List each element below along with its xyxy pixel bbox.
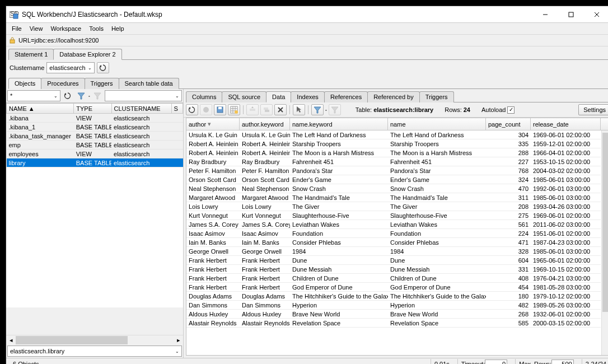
menu-workspace[interactable]: Workspace [47,24,85,33]
data-grid[interactable]: author ▾author.keywordname.keywordnamepa… [186,118,608,356]
filter-data-button[interactable] [311,104,324,115]
tab-procedures[interactable]: Procedures [41,78,85,89]
exec-time: 0.01s [431,359,453,365]
grid-button[interactable] [228,104,240,115]
table-row[interactable]: libraryBASE TABLEelasticsearch [7,158,183,167]
refresh-cluster-button[interactable] [97,62,109,73]
stop-button[interactable] [200,104,212,115]
table-row[interactable]: employeesVIEWelasticsearch [7,150,183,158]
tab-objects[interactable]: Objects [8,78,41,89]
tab-indexes[interactable]: Indexes [291,91,325,102]
column-header[interactable]: release_date [531,118,601,130]
refresh-data-button[interactable] [186,104,198,115]
svg-marker-11 [94,93,101,99]
svg-rect-22 [250,109,255,111]
table-row[interactable]: Peter F. HamiltonPeter F. HamiltonPandor… [186,166,608,175]
table-row[interactable]: Robert A. HeinleinRobert A. HeinleinStar… [186,139,608,148]
filter-combo-1[interactable]: * ⌄ [7,90,60,101]
column-header[interactable]: name [388,118,486,130]
table-row[interactable]: empBASE TABLEelasticsearch [7,141,183,150]
select-button[interactable] [293,104,305,115]
tab-triggers[interactable]: Triggers [419,91,454,102]
rows-value: 24 [464,106,470,113]
left-toolbar: * ⌄ • ⌄ [6,89,183,102]
table-row[interactable]: Frank HerbertFrank HerbertGod Emperor of… [186,283,608,292]
save-button[interactable] [214,104,226,115]
table-row[interactable]: Frank HerbertFrank HerbertDune MessiahDu… [186,265,608,274]
table-row[interactable]: Alastair ReynoldsAlastair ReynoldsRevela… [186,319,608,328]
delete-row-button[interactable] [274,104,287,115]
left-subtabs: Objects Procedures Triggers Search table… [8,77,608,89]
tab-statement-1[interactable]: Statement 1 [8,49,54,60]
tab-triggers[interactable]: Triggers [85,78,119,89]
table-row[interactable]: Isaac AsimovIsaac AsimovFoundationFounda… [186,229,608,238]
scroll-left-icon[interactable]: ◂ [6,335,16,345]
maximize-button[interactable] [558,7,584,22]
scroll-right-icon[interactable]: ▸ [174,335,183,345]
svg-point-21 [235,110,238,114]
menu-file[interactable]: File [8,24,25,33]
table-row[interactable]: Robert A. HeinleinRobert A. HeinleinThe … [186,148,608,157]
tab-sql source[interactable]: SQL source [222,91,266,102]
table-row[interactable]: .kibanaVIEWelasticsearch [7,114,183,123]
tab-columns[interactable]: Columns [186,91,222,102]
column-header[interactable]: TYPE [74,104,111,114]
column-header[interactable]: CLUSTERNAME [111,104,171,114]
clear-filter-icon[interactable] [91,90,104,101]
tab-references[interactable]: References [324,91,368,102]
selected-object-combo[interactable]: elasticsearch.library ⌄ [7,346,182,357]
table-row[interactable]: Margaret AtwoodMargaret AtwoodThe Handma… [186,193,608,202]
tab-data[interactable]: Data [266,91,291,102]
table-row[interactable]: Frank HerbertFrank HerbertChildren of Du… [186,274,608,283]
column-header[interactable]: author.keyword [240,118,290,130]
object-count: 6 Objects [10,359,177,365]
maxrows-input[interactable] [551,360,574,365]
clear-filter-data-button[interactable] [329,104,341,115]
tab-search-table-data[interactable]: Search table data [119,78,179,89]
table-row[interactable]: James S.A. CoreyJames S.A. CoreyLeviatha… [186,220,608,229]
table-row[interactable]: .kibana_1BASE TABLEelasticsearch [7,123,183,132]
column-header[interactable]: page_count [486,118,531,130]
table-row[interactable]: Aldous HuxleyAldous HuxleyBrave New Worl… [186,310,608,319]
column-header[interactable]: NAME ▲ [7,104,74,114]
menu-view[interactable]: View [26,24,46,33]
filter-combo-2[interactable]: ⌄ [105,90,182,101]
objects-table[interactable]: NAME ▲TYPECLUSTERNAMES .kibanaVIEWelasti… [6,102,183,335]
copy-row-button[interactable] [260,104,273,115]
menu-tools[interactable]: Tools [86,24,107,33]
column-header[interactable]: name.keyword [290,118,388,130]
row-range: 2-24/24 [582,359,608,365]
table-row[interactable]: Ursula K. Le GuinUrsula K. Le GuinThe Le… [186,130,608,139]
table-row[interactable]: Frank HerbertFrank HerbertDuneDune604196… [186,256,608,265]
table-row[interactable]: Kurt VonnegutKurt VonnegutSlaughterhouse… [186,211,608,220]
table-row[interactable]: .kibana_task_managerBASE TABLEelasticsea… [7,132,183,141]
column-header[interactable]: author ▾ [186,118,240,130]
table-row[interactable]: Lois LowryLois LowryThe GiverThe Giver20… [186,202,608,211]
horizontal-scrollbar[interactable]: ◂ ▸ [6,335,183,344]
refresh-objects-button[interactable] [62,90,74,101]
table-row[interactable]: Dan SimmonsDan SimmonsHyperionHyperion48… [186,301,608,310]
maxrows-group: Max. Rows: [515,359,577,365]
table-row[interactable]: Ray BradburyRay BradburyFahrenheit 451Fa… [186,157,608,166]
tab-referenced by[interactable]: Referenced by [367,91,420,102]
right-panel: ColumnsSQL sourceDataIndexesReferencesRe… [184,89,608,358]
insert-row-button[interactable] [246,104,259,115]
table-row[interactable]: Douglas AdamsDouglas AdamsThe Hitchhiker… [186,292,608,301]
minimize-button[interactable] [532,7,558,22]
svg-marker-28 [297,106,301,113]
table-row[interactable]: Orson Scott CardOrson Scott CardEnder's … [186,175,608,184]
table-row[interactable]: Iain M. BanksIain M. BanksConsider Phleb… [186,238,608,247]
chevron-down-icon: ⌄ [175,349,179,354]
tab-database-explorer-2[interactable]: Database Explorer 2 [53,49,121,60]
close-button[interactable] [584,7,608,22]
clustername-combo[interactable]: elasticsearch ⌄ [46,62,94,73]
column-header[interactable]: S [171,104,183,114]
settings-button[interactable]: Settings [578,104,608,115]
table-row[interactable]: George OrwellGeorge Orwell19841984328198… [186,247,608,256]
menu-help[interactable]: Help [108,24,128,33]
table-row[interactable]: Neal StephensonNeal StephensonSnow Crash… [186,184,608,193]
filter-icon[interactable] [75,90,87,101]
vertical-scrollbar[interactable] [601,130,608,355]
timeout-input[interactable] [485,360,507,365]
autoload-checkbox[interactable] [507,106,515,114]
